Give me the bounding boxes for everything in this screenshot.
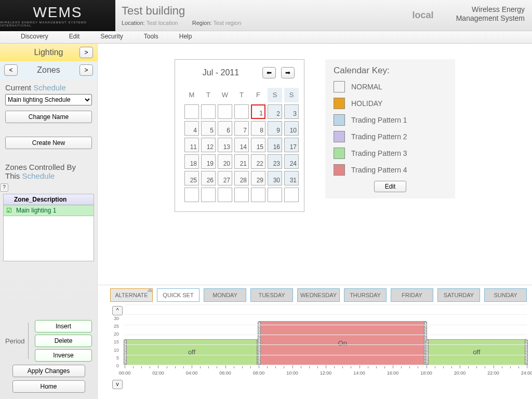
calendar: Jul - 2011 ⬅ ➡ MTWTFSS123456789101112131… (175, 59, 304, 212)
cal-day[interactable]: 14 (234, 138, 249, 152)
main-panel: Jul - 2011 ⬅ ➡ MTWTFSS123456789101112131… (98, 44, 532, 399)
cal-empty (201, 104, 216, 119)
cal-day[interactable]: 24 (284, 154, 299, 169)
tab-saturday[interactable]: SATURDAY (437, 288, 480, 302)
zones-controlled-title: Zones Controlled By This Schedule (0, 156, 97, 182)
tab-thursday[interactable]: THURSDAY (344, 288, 387, 302)
cal-empty (184, 104, 199, 119)
cal-empty (218, 104, 232, 119)
region-value: Test region (214, 20, 242, 26)
tab-quick-set[interactable]: QUICK SET (157, 288, 200, 302)
cal-dow: S (284, 88, 299, 102)
key-label: Trading Pattern 2 (351, 132, 407, 141)
menu-edit[interactable]: Edit (59, 31, 90, 43)
help-icon[interactable]: ? (0, 183, 8, 192)
cal-day[interactable]: 23 (268, 154, 282, 169)
cal-day[interactable]: 26 (201, 171, 216, 185)
home-button[interactable]: Home (12, 380, 85, 393)
cal-day[interactable]: 17 (284, 138, 299, 152)
brand-name: Wireless Energy Management System (444, 0, 532, 31)
zone-checkbox-icon[interactable]: ☑ (4, 207, 14, 214)
timeline-block-off[interactable]: off (125, 339, 259, 365)
y-up-button[interactable]: ^ (112, 306, 123, 315)
nav-lighting-next[interactable]: > (79, 47, 93, 58)
change-name-button[interactable]: Change Name (5, 111, 92, 123)
cal-day[interactable]: 4 (184, 121, 199, 136)
cal-day[interactable]: 27 (218, 171, 232, 185)
calendar-key: Calendar Key: NORMALHOLIDAYTrading Patte… (325, 59, 455, 198)
zones-column-header[interactable]: Zone_Description (4, 194, 94, 205)
app-header: WEMS WIRELESS ENERGY MANAGEMENT SYSTEMS … (0, 0, 532, 31)
cal-day[interactable]: 9 (268, 121, 282, 136)
tab-monday[interactable]: MONDAY (204, 288, 246, 302)
cal-empty (234, 188, 249, 202)
cal-day[interactable]: 12 (201, 138, 216, 152)
calendar-next-button[interactable]: ➡ (281, 67, 295, 78)
y-axis: 302520151050 (114, 316, 121, 368)
tab-friday[interactable]: FRIDAY (391, 288, 433, 302)
schedule-select[interactable]: Main lighting Schedule (5, 94, 92, 105)
tab-alternate[interactable]: ALTERNATE (110, 288, 153, 302)
cal-day[interactable]: 8 (251, 121, 265, 136)
menu-discovery[interactable]: Discovery (10, 31, 59, 43)
cal-day[interactable]: 25 (184, 171, 199, 185)
cal-day[interactable]: 31 (284, 171, 299, 185)
cal-day[interactable]: 5 (201, 121, 216, 136)
timeline-block-on[interactable]: On (259, 321, 427, 365)
cal-empty (201, 188, 216, 202)
key-row: Trading Pattern 1 (334, 114, 447, 126)
cal-day[interactable]: 20 (218, 154, 232, 169)
delete-button[interactable]: Delete (35, 335, 92, 347)
timeline-block-off[interactable]: off (427, 339, 527, 365)
zone-name: Main lighting 1 (14, 205, 58, 216)
zone-row[interactable]: ☑ Main lighting 1 (4, 205, 94, 216)
cal-day[interactable]: 28 (234, 171, 249, 185)
tab-wednesday[interactable]: WEDNESDAY (297, 288, 340, 302)
cal-day[interactable]: 18 (184, 154, 199, 169)
menu-security[interactable]: Security (90, 31, 133, 43)
tab-sunday[interactable]: SUNDAY (484, 288, 527, 302)
region-label: Region: (192, 20, 212, 26)
cal-day[interactable]: 2 (268, 104, 282, 119)
apply-changes-button[interactable]: Apply Changes (12, 365, 85, 377)
tab-tuesday[interactable]: TUESDAY (250, 288, 293, 302)
key-edit-button[interactable]: Edit (374, 181, 407, 192)
cal-day[interactable]: 11 (184, 138, 199, 152)
calendar-title: Jul - 2011 (184, 68, 257, 77)
zones-table: Zone_Description ☑ Main lighting 1 (3, 194, 94, 261)
resize-handle-icon[interactable] (124, 340, 127, 365)
resize-handle-icon[interactable] (425, 340, 429, 365)
cal-day[interactable]: 10 (284, 121, 299, 136)
inverse-button[interactable]: Inverse (35, 349, 92, 362)
cal-day[interactable]: 15 (251, 138, 265, 152)
key-label: Trading Pattern 1 (351, 116, 407, 124)
menu-bar: DiscoveryEditSecurityToolsHelp (0, 31, 532, 44)
cal-day[interactable]: 22 (251, 154, 265, 169)
nav-zones-prev[interactable]: < (4, 64, 18, 76)
resize-handle-icon[interactable] (525, 340, 528, 365)
menu-tools[interactable]: Tools (134, 31, 169, 43)
cal-day[interactable]: 1 (251, 104, 265, 119)
cal-day[interactable]: 21 (234, 154, 249, 169)
cal-day[interactable]: 3 (284, 104, 299, 119)
menu-help[interactable]: Help (169, 31, 203, 43)
cal-day[interactable]: 19 (201, 154, 216, 169)
y-down-button[interactable]: v (112, 380, 123, 389)
x-axis: 00:0002:0004:0006:0008:0010:0012:0014:00… (125, 365, 527, 376)
insert-button[interactable]: Insert (35, 320, 92, 332)
key-row: Trading Pattern 3 (334, 148, 447, 159)
resize-handle-icon[interactable] (258, 322, 261, 365)
timeline-chart[interactable]: 00:0002:0004:0006:0008:0010:0012:0014:00… (125, 305, 527, 376)
cal-day[interactable]: 30 (268, 171, 282, 185)
location-label: Location: (122, 20, 145, 26)
key-label: HOLIDAY (351, 99, 382, 108)
connection-mode: local (402, 10, 444, 21)
cal-day[interactable]: 16 (268, 138, 282, 152)
nav-zones-next[interactable]: > (79, 64, 93, 76)
cal-day[interactable]: 7 (234, 121, 249, 136)
calendar-prev-button[interactable]: ⬅ (262, 67, 276, 78)
create-new-button[interactable]: Create New (5, 137, 92, 149)
cal-day[interactable]: 6 (218, 121, 232, 136)
cal-day[interactable]: 13 (218, 138, 232, 152)
cal-day[interactable]: 29 (251, 171, 265, 185)
